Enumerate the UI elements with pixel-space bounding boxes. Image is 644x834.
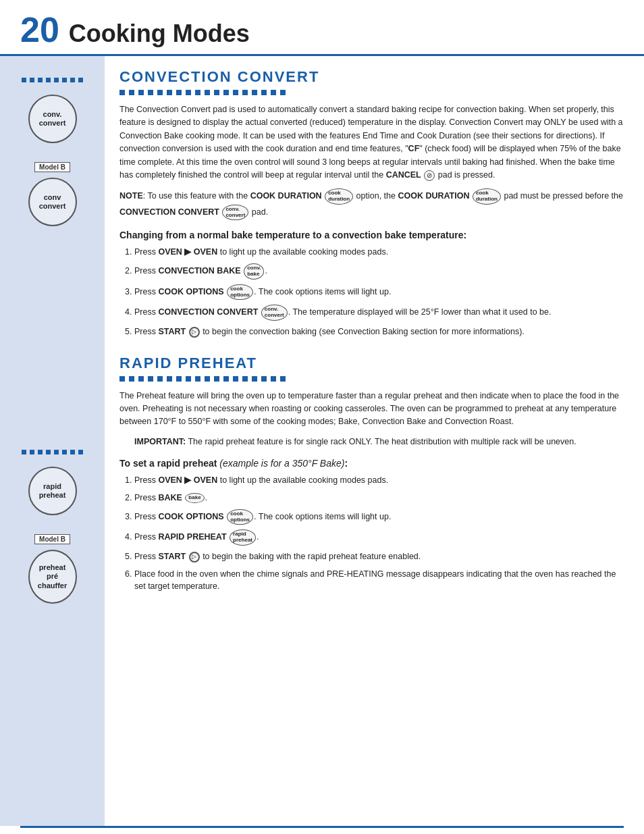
conv-convert-title: CONVECTION CONVERT bbox=[119, 68, 624, 86]
sidebar: conv.convert Model B convconvert bbox=[0, 56, 105, 826]
dot bbox=[138, 376, 144, 382]
dot bbox=[233, 376, 238, 382]
dot bbox=[242, 376, 248, 382]
dot bbox=[261, 376, 267, 382]
dot bbox=[62, 450, 67, 454]
conv-convert-sidebar-section: conv.convert Model B convconvert bbox=[7, 70, 98, 230]
dot bbox=[195, 90, 200, 95]
rapid-subsection-title: To set a rapid preheat (example is for a… bbox=[119, 458, 624, 469]
dot bbox=[30, 78, 34, 82]
rapid-preheat-icon-label-2: preheatpréchauffer bbox=[38, 563, 67, 590]
dot bbox=[186, 90, 191, 95]
conv-steps-list: Press OVEN ▶ OVEN to light up the availa… bbox=[134, 246, 624, 338]
dot bbox=[70, 450, 75, 454]
content-area: CONVECTION CONVERT The Convection Conver… bbox=[105, 56, 644, 826]
cook-options-icon-2: cookoptions bbox=[227, 509, 253, 525]
conv-convert-icon-label-2: convconvert bbox=[39, 193, 66, 211]
dot bbox=[167, 376, 172, 382]
rapid-preheat-inline-icon: rapidpreheat bbox=[230, 529, 256, 546]
dot bbox=[261, 90, 267, 95]
dot bbox=[223, 376, 229, 382]
rapid-step-3: Press COOK OPTIONS cookoptions. The cook… bbox=[134, 509, 624, 525]
rapid-divider-dots bbox=[119, 376, 624, 382]
conv-step-5: Press START ▷ to begin the convection ba… bbox=[134, 325, 624, 338]
conv-note: NOTE: To use this feature with the COOK … bbox=[119, 188, 624, 220]
dot bbox=[252, 376, 257, 382]
rapid-subsection-example: (example is for a 350°F Bake) bbox=[219, 458, 344, 469]
rapid-preheat-icon-1: rapidpreheat bbox=[28, 467, 77, 515]
rapid-preheat-title: RAPID PREHEAT bbox=[119, 355, 624, 372]
rapid-step-2: Press BAKE bake. bbox=[134, 492, 624, 504]
conv-convert-inline-icon: conv.convert bbox=[222, 205, 248, 221]
dot bbox=[62, 78, 67, 82]
conv-dots-row bbox=[7, 78, 98, 82]
start-icon-1: ▷ bbox=[189, 327, 200, 338]
page-bottom-border bbox=[20, 826, 624, 828]
dot bbox=[280, 90, 286, 95]
dot bbox=[54, 78, 59, 82]
dot bbox=[214, 376, 219, 382]
rapid-preheat-body: The Preheat feature will bring the oven … bbox=[119, 390, 624, 429]
conv-step-2: Press CONVECTION BAKE conv.bake. bbox=[134, 263, 624, 280]
dot bbox=[205, 376, 210, 382]
main-content: conv.convert Model B convconvert bbox=[0, 56, 644, 826]
rapid-step-6: Place food in the oven when the chime si… bbox=[134, 568, 624, 594]
dot bbox=[78, 450, 83, 454]
cancel-icon: ⊘ bbox=[424, 170, 435, 181]
dot bbox=[195, 376, 200, 382]
rapid-step-4: Press RAPID PREHEAT rapidpreheat. bbox=[134, 529, 624, 546]
dot bbox=[138, 90, 144, 95]
dot bbox=[157, 376, 163, 382]
page-header: 20 Cooking Modes bbox=[0, 0, 644, 56]
dot bbox=[129, 90, 134, 95]
conv-divider-dots bbox=[119, 90, 624, 95]
rapid-preheat-icon-2: preheatpréchauffer bbox=[28, 550, 77, 604]
dot bbox=[176, 90, 182, 95]
conv-subsection-title: Changing from a normal bake temperature … bbox=[119, 230, 624, 240]
conv-convert-icon-1: conv.convert bbox=[28, 95, 77, 143]
dot bbox=[223, 90, 229, 95]
cook-duration-icon-2: cookduration bbox=[473, 188, 501, 205]
dot bbox=[205, 90, 210, 95]
rapid-step-5: Press START ▷ to begin the baking with t… bbox=[134, 550, 624, 563]
cook-options-icon-1: cookoptions bbox=[227, 284, 253, 301]
page-title: Cooking Modes bbox=[69, 22, 250, 46]
conv-step-4: Press CONVECTION CONVERT conv.convert. T… bbox=[134, 305, 624, 321]
dot bbox=[22, 78, 26, 82]
rapid-preheat-icon-label-1: rapidpreheat bbox=[39, 482, 66, 500]
dot bbox=[280, 376, 286, 382]
dot bbox=[38, 78, 43, 82]
dot bbox=[148, 90, 153, 95]
dot bbox=[46, 78, 51, 82]
dot bbox=[157, 90, 163, 95]
rapid-steps-list: Press OVEN ▶ OVEN to light up the availa… bbox=[134, 474, 624, 593]
conv-step-1: Press OVEN ▶ OVEN to light up the availa… bbox=[134, 246, 624, 259]
page-number: 20 bbox=[20, 12, 59, 47]
dot bbox=[233, 90, 238, 95]
dot bbox=[176, 376, 182, 382]
conv-bake-icon: conv.bake bbox=[244, 263, 264, 280]
conv-convert-icon-2: convconvert bbox=[28, 178, 77, 226]
conv-step-3: Press COOK OPTIONS cookoptions. The cook… bbox=[134, 284, 624, 301]
rapid-preheat-sidebar-section: rapidpreheat Model B preheatpréchauffer bbox=[7, 442, 98, 608]
dot bbox=[70, 78, 75, 82]
convection-convert-section: CONVECTION CONVERT The Convection Conver… bbox=[119, 68, 624, 338]
dot bbox=[54, 450, 59, 454]
conv-convert-body: The Convection Convert pad is used to au… bbox=[119, 103, 624, 182]
dot bbox=[22, 450, 26, 454]
dot bbox=[148, 376, 153, 382]
rapid-important: IMPORTANT: The rapid preheat feature is … bbox=[134, 436, 624, 448]
dot bbox=[167, 90, 172, 95]
start-icon-2: ▷ bbox=[189, 552, 200, 563]
dot bbox=[119, 376, 125, 382]
dot bbox=[30, 450, 34, 454]
rapid-step-1: Press OVEN ▶ OVEN to light up the availa… bbox=[134, 474, 624, 487]
dot bbox=[78, 78, 83, 82]
rapid-preheat-section: RAPID PREHEAT The Preheat feature will b… bbox=[119, 355, 624, 593]
dot bbox=[186, 376, 191, 382]
model-b-label-2: Model B bbox=[34, 534, 70, 544]
conv-convert-step-icon: conv.convert bbox=[261, 305, 288, 321]
dot bbox=[38, 450, 43, 454]
dot bbox=[119, 90, 125, 95]
dot bbox=[271, 90, 276, 95]
